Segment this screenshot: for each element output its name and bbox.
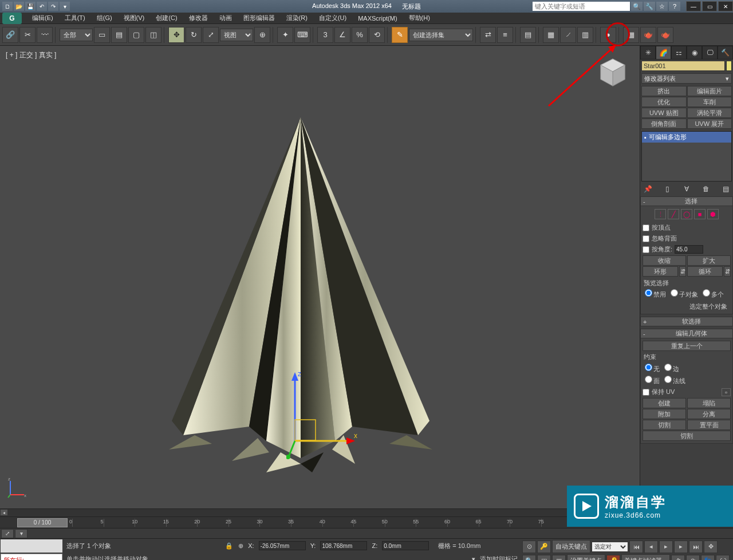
stack-item-editable-poly[interactable]: ▪ 可编辑多边形 bbox=[642, 132, 731, 143]
viewport[interactable]: [ + ] 正交 ] 真实 ] bbox=[0, 46, 640, 508]
schematic-view-icon[interactable]: ▥ bbox=[577, 27, 593, 43]
menu-edit[interactable]: 编辑(E) bbox=[26, 12, 59, 24]
constraint-normal-radio[interactable] bbox=[664, 376, 672, 383]
select-icon[interactable]: ▭ bbox=[94, 27, 110, 43]
app-menu-icon[interactable]: G bbox=[2, 13, 22, 24]
mod-edit-patch-button[interactable]: 编辑面片 bbox=[687, 86, 732, 96]
next-frame-icon[interactable]: ▸ bbox=[674, 541, 688, 553]
nav-pan-icon[interactable]: ✥ bbox=[704, 541, 718, 553]
help-icon[interactable]: ? bbox=[669, 2, 680, 11]
time-slider-thumb[interactable]: 0 / 100 bbox=[17, 518, 68, 527]
set-key-button[interactable]: 设置关键点 bbox=[567, 554, 605, 560]
trackbar-filter-icon[interactable]: ▾ bbox=[15, 529, 27, 538]
tab-modify-icon[interactable]: 🌈 bbox=[656, 46, 671, 60]
set-key-large-icon[interactable]: 🔑 bbox=[606, 555, 620, 561]
selection-filter-dropdown[interactable]: 全部 bbox=[60, 29, 93, 41]
mod-uvw-map-button[interactable]: UVW 贴图 bbox=[641, 108, 687, 118]
viewcube[interactable] bbox=[596, 56, 629, 89]
nav-max-viewport-icon[interactable]: ⛶ bbox=[716, 555, 730, 561]
constraint-face-radio[interactable] bbox=[645, 376, 652, 383]
new-icon[interactable]: 🗋 bbox=[2, 2, 13, 11]
configure-sets-icon[interactable]: ▤ bbox=[720, 184, 731, 194]
keyboard-shortcut-icon[interactable]: ⌨ bbox=[294, 27, 310, 43]
key-filters-button[interactable]: 关键点过滤器... bbox=[621, 554, 670, 560]
window-crossing-icon[interactable]: ◫ bbox=[145, 27, 161, 43]
remove-modifier-icon[interactable]: 🗑 bbox=[701, 184, 711, 194]
ref-coord-dropdown[interactable]: 视图 bbox=[220, 29, 253, 41]
spinner-snap-icon[interactable]: ⟲ bbox=[369, 27, 385, 43]
rollout-soft-selection-header[interactable]: +软选择 bbox=[640, 317, 733, 326]
object-name-input[interactable] bbox=[641, 61, 725, 71]
tab-create-icon[interactable]: ✳ bbox=[640, 46, 656, 60]
angle-snap-icon[interactable]: ∠ bbox=[334, 27, 350, 43]
time-tag-icon[interactable]: ▾ bbox=[472, 555, 475, 561]
search-icon[interactable]: 🔍 bbox=[631, 2, 643, 11]
prev-frame-icon[interactable]: ◂ bbox=[644, 541, 658, 553]
show-end-result-icon[interactable]: ▯ bbox=[662, 184, 672, 194]
tab-hierarchy-icon[interactable]: ⚏ bbox=[671, 46, 687, 60]
mod-unwrap-uvw-button[interactable]: UVW 展开 bbox=[687, 119, 732, 129]
grow-button[interactable]: 扩大 bbox=[687, 255, 731, 266]
slice-button[interactable]: 切割 bbox=[643, 420, 686, 430]
select-by-name-icon[interactable]: ▤ bbox=[111, 27, 127, 43]
auto-key-button[interactable]: 自动关键点 bbox=[552, 540, 590, 553]
bind-space-warp-icon[interactable]: 〰 bbox=[37, 27, 53, 43]
by-angle-spinner[interactable] bbox=[675, 245, 703, 254]
mod-turbosmooth-button[interactable]: 涡轮平滑 bbox=[687, 108, 732, 118]
help-search-input[interactable] bbox=[533, 2, 630, 11]
nav-walk-icon[interactable]: 👣 bbox=[701, 555, 715, 561]
pin-stack-icon[interactable]: 📌 bbox=[643, 184, 653, 194]
z-coord-input[interactable] bbox=[382, 541, 429, 550]
rollout-selection-header[interactable]: -选择 bbox=[640, 196, 733, 206]
align-icon[interactable]: ≡ bbox=[497, 27, 513, 43]
shrink-button[interactable]: 收缩 bbox=[643, 255, 686, 266]
mod-optimize-button[interactable]: 优化 bbox=[641, 97, 687, 107]
detach-button[interactable]: 分离 bbox=[687, 409, 731, 419]
viewport-label[interactable]: [ + ] 正交 ] 真实 ] bbox=[6, 50, 56, 60]
ignore-backfacing-checkbox[interactable] bbox=[643, 235, 649, 242]
minimize-button[interactable]: — bbox=[686, 1, 701, 11]
named-selection-dropdown[interactable]: 创建选择集 bbox=[409, 29, 473, 41]
menu-tools[interactable]: 工具(T) bbox=[59, 12, 91, 24]
layer-manager-icon[interactable]: ▤ bbox=[520, 27, 536, 43]
nav-fov-icon[interactable]: ◫ bbox=[537, 555, 551, 561]
ring-button[interactable]: 环形 bbox=[643, 266, 678, 277]
menu-views[interactable]: 视图(V) bbox=[118, 12, 151, 24]
loop-spinner-icon[interactable]: ⇵ bbox=[724, 266, 731, 277]
so-edge-icon[interactable]: ╱ bbox=[668, 209, 679, 219]
by-angle-checkbox[interactable] bbox=[643, 246, 649, 253]
mod-lathe-button[interactable]: 车削 bbox=[687, 97, 732, 107]
unlink-icon[interactable]: ✂ bbox=[19, 27, 36, 43]
mirror-icon[interactable]: ⇄ bbox=[480, 27, 496, 43]
object-color-swatch[interactable] bbox=[726, 61, 732, 71]
menu-group[interactable]: 组(G) bbox=[91, 12, 118, 24]
render-setup-icon[interactable]: ▦ bbox=[623, 27, 639, 43]
tab-utilities-icon[interactable]: 🔨 bbox=[718, 46, 733, 60]
ring-spinner-icon[interactable]: ⇵ bbox=[679, 266, 686, 277]
menu-create[interactable]: 创建(C) bbox=[150, 12, 183, 24]
curve-editor-icon[interactable]: ⟋ bbox=[560, 27, 576, 43]
add-time-tag-label[interactable]: 添加时间标记 bbox=[480, 555, 518, 561]
macro-recorder-field[interactable]: 所在行: bbox=[1, 554, 62, 560]
isolate-icon[interactable]: ⊙ bbox=[522, 541, 536, 553]
y-coord-input[interactable] bbox=[320, 541, 367, 550]
preview-disable-radio[interactable] bbox=[645, 289, 652, 297]
menu-help[interactable]: 帮助(H) bbox=[403, 12, 436, 24]
nav-zoomext-icon[interactable]: ▣ bbox=[552, 555, 566, 561]
goto-end-icon[interactable]: ⏭ bbox=[689, 541, 703, 553]
menu-animation[interactable]: 动画 bbox=[214, 12, 238, 24]
attach-button[interactable]: 附加 bbox=[643, 409, 686, 419]
track-bar[interactable]: ⤢ ▾ bbox=[0, 528, 733, 538]
tab-display-icon[interactable]: 🖵 bbox=[702, 46, 718, 60]
x-coord-input[interactable] bbox=[259, 541, 306, 550]
loop-button[interactable]: 循环 bbox=[687, 266, 723, 277]
model-object[interactable] bbox=[166, 117, 435, 472]
redo-icon[interactable]: ↷ bbox=[48, 2, 58, 11]
favorites-icon[interactable]: ☆ bbox=[656, 2, 668, 11]
so-vertex-icon[interactable]: ⋮ bbox=[655, 209, 666, 219]
menu-modifiers[interactable]: 修改器 bbox=[183, 12, 214, 24]
scale-icon[interactable]: ⤢ bbox=[203, 27, 219, 43]
rollout-edit-geometry-header[interactable]: -编辑几何体 bbox=[640, 329, 733, 338]
rendered-frame-icon[interactable]: 🫖 bbox=[640, 27, 656, 43]
by-vertex-checkbox[interactable] bbox=[643, 224, 649, 231]
